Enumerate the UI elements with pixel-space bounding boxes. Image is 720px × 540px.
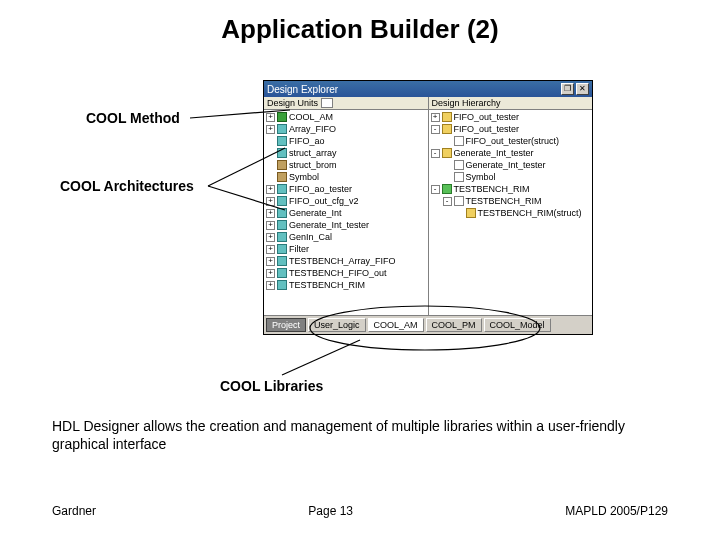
design-units-list[interactable]: +COOL_AM+Array_FIFOFIFO_aostruct_arrayst… [264,110,428,315]
tree-toggle-icon[interactable]: + [266,113,275,122]
tree-item[interactable]: -TESTBENCH_RIM [429,183,593,195]
arch-icon [277,220,287,230]
design-explorer-window: Design Explorer ❐ ✕ Design Units +COOL_A… [263,80,593,335]
library-tabs-bar: ProjectUser_LogicCOOL_AMCOOL_PMCOOL_Mode… [264,315,592,334]
tree-toggle-icon[interactable]: - [431,185,440,194]
library-tab[interactable]: COOL_Model [484,318,551,332]
tree-item[interactable]: +FIFO_out_cfg_v2 [264,195,428,207]
tree-item[interactable]: +TESTBENCH_Array_FIFO [264,255,428,267]
tree-item[interactable]: +FIFO_ao_tester [264,183,428,195]
tree-item[interactable]: +Generate_Int_tester [264,219,428,231]
tree-item-label: struct_brom [289,160,337,170]
tree-item[interactable]: +TESTBENCH_FIFO_out [264,267,428,279]
tree-toggle-icon[interactable]: + [266,209,275,218]
tree-toggle-icon[interactable]: + [266,197,275,206]
annotation-cool-architectures: COOL Architectures [60,178,194,194]
arch-icon [277,184,287,194]
library-tab[interactable]: Project [266,318,306,332]
footer-conference: MAPLD 2005/P129 [565,504,668,518]
tree-item-label: FIFO_out_tester(struct) [466,136,560,146]
tree-toggle-icon[interactable]: + [431,113,440,122]
folder-icon [454,136,464,146]
tree-item-label: Generate_Int_tester [454,148,534,158]
tree-toggle-icon[interactable]: + [266,125,275,134]
library-tab[interactable]: COOL_AM [368,318,424,332]
description-text: HDL Designer allows the creation and man… [52,418,668,453]
design-hierarchy-panel: Design Hierarchy +FIFO_out_tester-FIFO_o… [429,97,593,315]
panel-header-label: Design Hierarchy [432,98,501,108]
design-units-header[interactable]: Design Units [264,97,428,110]
tree-item[interactable]: +Generate_Int [264,207,428,219]
tree-item-label: FIFO_out_tester [454,112,520,122]
tree-item-label: TESTBENCH_FIFO_out [289,268,387,278]
tree-toggle-spacer [266,149,275,158]
library-tab[interactable]: COOL_PM [426,318,482,332]
tree-item[interactable]: -Generate_Int_tester [429,147,593,159]
tree-item[interactable]: FIFO_out_tester(struct) [429,135,593,147]
tree-toggle-spacer [443,173,452,182]
tree-item[interactable]: +Array_FIFO [264,123,428,135]
tree-item-label: FIFO_out_tester [454,124,520,134]
design-units-panel: Design Units +COOL_AM+Array_FIFOFIFO_aos… [264,97,429,315]
tree-item-label: Generate_Int_tester [466,160,546,170]
design-hierarchy-header[interactable]: Design Hierarchy [429,97,593,110]
tree-item[interactable]: +TESTBENCH_RIM [264,279,428,291]
tree-toggle-icon[interactable]: - [431,125,440,134]
slide-title: Application Builder (2) [0,14,720,45]
tree-item-label: TESTBENCH_RIM [454,184,530,194]
tree-item-label: TESTBENCH_RIM(struct) [478,208,582,218]
restore-button[interactable]: ❐ [561,83,574,95]
tree-item[interactable]: -TESTBENCH_RIM [429,195,593,207]
tree-toggle-icon[interactable]: + [266,281,275,290]
tree-toggle-icon[interactable]: + [266,245,275,254]
tree-toggle-icon[interactable]: + [266,233,275,242]
tree-item[interactable]: Symbol [429,171,593,183]
design-hierarchy-list[interactable]: +FIFO_out_tester-FIFO_out_testerFIFO_out… [429,110,593,315]
tree-item[interactable]: FIFO_ao [264,135,428,147]
tree-item-label: TESTBENCH_RIM [466,196,542,206]
tree-toggle-spacer [455,209,464,218]
tree-item[interactable]: +FIFO_out_tester [429,111,593,123]
footer-author: Gardner [52,504,96,518]
arch-icon [277,148,287,158]
tree-item-label: TESTBENCH_Array_FIFO [289,256,396,266]
tree-item[interactable]: +COOL_AM [264,111,428,123]
tree-toggle-icon[interactable]: + [266,257,275,266]
arch-icon [277,268,287,278]
library-tab[interactable]: User_Logic [308,318,366,332]
annotation-cool-libraries: COOL Libraries [220,378,323,394]
arch-icon [277,208,287,218]
tree-item[interactable]: TESTBENCH_RIM(struct) [429,207,593,219]
tree-item[interactable]: struct_brom [264,159,428,171]
folder-icon [454,160,464,170]
tree-item-label: Generate_Int [289,208,342,218]
folder-icon [454,196,464,206]
window-title: Design Explorer [267,84,559,95]
sort-icon[interactable] [321,98,333,108]
tree-item-label: struct_array [289,148,337,158]
tree-toggle-icon[interactable]: + [266,221,275,230]
close-button[interactable]: ✕ [576,83,589,95]
tree-toggle-icon[interactable]: - [443,197,452,206]
tree-item[interactable]: struct_array [264,147,428,159]
arch-icon [277,232,287,242]
tree-toggle-icon[interactable]: + [266,185,275,194]
svg-line-3 [282,340,360,375]
tree-item-label: TESTBENCH_RIM [289,280,365,290]
tree-item[interactable]: +GenIn_Cal [264,231,428,243]
tree-item[interactable]: +Filter [264,243,428,255]
tree-item[interactable]: Generate_Int_tester [429,159,593,171]
titlebar[interactable]: Design Explorer ❐ ✕ [264,81,592,97]
arch-icon [277,244,287,254]
tree-toggle-spacer [266,161,275,170]
tree-item-label: Generate_Int_tester [289,220,369,230]
tree-item-label: Filter [289,244,309,254]
tree-item[interactable]: Symbol [264,171,428,183]
tree-toggle-icon[interactable]: + [266,269,275,278]
tree-toggle-icon[interactable]: - [431,149,440,158]
arch2-icon [277,160,287,170]
tree-item-label: FIFO_ao_tester [289,184,352,194]
tree-item[interactable]: -FIFO_out_tester [429,123,593,135]
tree-item-label: Symbol [289,172,319,182]
tree-toggle-spacer [266,137,275,146]
